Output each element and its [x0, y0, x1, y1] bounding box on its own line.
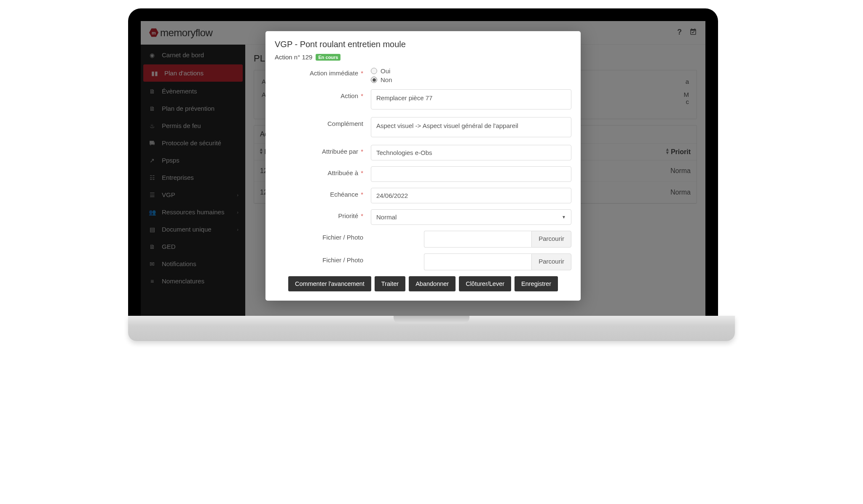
radio-yes[interactable]: Oui	[371, 67, 571, 75]
app-screen: m memoryflow ? ◉ Carnet de bord ▮▮ Plan …	[141, 21, 705, 316]
browse-button-1[interactable]: Parcourir	[531, 231, 571, 248]
label-priority: Priorité *	[275, 209, 363, 219]
radio-no[interactable]: Non	[371, 76, 571, 83]
label-file2: Fichier / Photo	[275, 253, 363, 264]
label-complement: Complément	[275, 117, 363, 127]
status-badge: En cours	[316, 54, 340, 61]
abandon-button[interactable]: Abandonner	[409, 276, 456, 291]
complement-input[interactable]: Aspect visuel -> Aspect visuel général d…	[371, 117, 571, 137]
laptop-base	[128, 316, 735, 341]
laptop-frame: m memoryflow ? ◉ Carnet de bord ▮▮ Plan …	[128, 8, 718, 316]
file1-path	[424, 231, 531, 248]
modal-title: VGP - Pont roulant entretien moule	[275, 40, 571, 49]
save-button[interactable]: Enregistrer	[515, 276, 558, 291]
laptop-notch	[394, 316, 469, 323]
action-modal: VGP - Pont roulant entretien moule Actio…	[265, 31, 581, 301]
label-assigned-by: Attribuée par *	[275, 145, 363, 155]
priority-select[interactable]: Normal ▼	[371, 209, 571, 225]
label-deadline: Echéance *	[275, 188, 363, 198]
label-action: Action *	[275, 89, 363, 99]
label-immediate: Action immédiate *	[275, 67, 363, 77]
deadline-input[interactable]	[371, 188, 571, 203]
label-file1: Fichier / Photo	[275, 231, 363, 241]
close-lift-button[interactable]: Clôturer/Lever	[459, 276, 511, 291]
browse-button-2[interactable]: Parcourir	[531, 253, 571, 270]
modal-overlay[interactable]: VGP - Pont roulant entretien moule Actio…	[141, 21, 705, 316]
action-input[interactable]: Remplacer pièce 77	[371, 89, 571, 109]
modal-subtitle: Action n° 129 En cours	[275, 53, 571, 61]
process-button[interactable]: Traiter	[375, 276, 405, 291]
comment-button[interactable]: Commenter l'avancement	[288, 276, 371, 291]
assigned-by-input[interactable]	[371, 145, 571, 160]
caret-down-icon: ▼	[562, 215, 566, 219]
radio-icon	[371, 68, 377, 74]
radio-icon	[371, 77, 377, 83]
file2-path	[424, 253, 531, 270]
label-assigned-to: Attribuée à *	[275, 166, 363, 176]
assigned-to-input[interactable]	[371, 166, 571, 182]
